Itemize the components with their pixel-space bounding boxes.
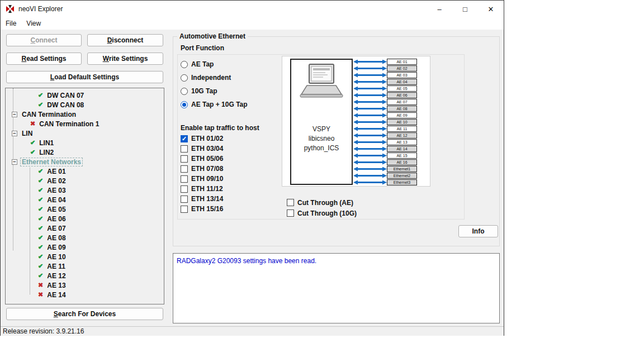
- port-ae-01: AE 01: [387, 59, 417, 65]
- close-icon[interactable]: ✕: [478, 1, 504, 17]
- checkbox-icon: [287, 209, 294, 217]
- tree-item-ae-01[interactable]: ✔AE 01: [6, 166, 164, 176]
- tree-item-ae-14[interactable]: ✖AE 14: [6, 290, 164, 299]
- collapse-icon[interactable]: −: [12, 131, 17, 136]
- checkbox-eth-15-16[interactable]: ETH 15/16: [181, 204, 223, 214]
- cut-through-group: Cut Through (AE)Cut Through (10G): [287, 197, 357, 218]
- tree-item-can-termination[interactable]: −CAN Termination: [6, 109, 164, 119]
- tree-item-ae-09[interactable]: ✔AE 09: [6, 242, 164, 252]
- tree-item-label: LIN1: [37, 139, 55, 147]
- checkbox-eth-05-06[interactable]: ETH 05/06: [181, 154, 223, 164]
- tree-item-ae-13[interactable]: ✖AE 13: [6, 280, 164, 290]
- tree-item-lin2[interactable]: ✔LIN2: [6, 147, 164, 157]
- port-ae-11: AE 11: [387, 126, 417, 132]
- option-label: ETH 09/10: [191, 175, 223, 183]
- tree-item-dw-can-08[interactable]: ✔DW CAN 08: [6, 100, 164, 109]
- tree-item-label: AE 02: [45, 177, 67, 185]
- checkbox-eth-13-14[interactable]: ETH 13/14: [181, 194, 223, 204]
- option-label: ETH 11/12: [191, 185, 223, 193]
- enabled-check-icon: ✔: [38, 225, 43, 231]
- enabled-check-icon: ✔: [38, 197, 43, 203]
- radio-ae-tap[interactable]: AE Tap: [181, 58, 248, 71]
- checkbox-eth-11-12[interactable]: ETH 11/12: [181, 184, 223, 194]
- port-ethernet3: Ethernet3: [387, 179, 417, 185]
- tree-item-label: AE 07: [45, 224, 67, 233]
- port-ae-14: AE 14: [387, 146, 417, 152]
- tree-item-lin[interactable]: −LIN: [6, 128, 164, 138]
- checkbox-icon: [181, 175, 188, 183]
- option-label: ETH 05/06: [191, 155, 223, 163]
- minimize-icon[interactable]: –: [427, 1, 452, 17]
- read-settings-button[interactable]: Read Settings: [6, 53, 82, 65]
- checkbox-cut-through-ae-[interactable]: Cut Through (AE): [287, 197, 357, 208]
- load-default-settings-button[interactable]: Load Default Settings: [6, 71, 163, 83]
- checkbox-eth-07-08[interactable]: ETH 07/08: [181, 164, 223, 174]
- port-ae-04: AE 04: [387, 79, 417, 85]
- tree-item-label: DW CAN 08: [45, 101, 86, 109]
- tree-item-label: AE 04: [45, 196, 67, 204]
- tree-item-ae-05[interactable]: ✔AE 05: [6, 204, 164, 214]
- tree-item-label: Ethernet Networks: [20, 158, 83, 166]
- checkbox-icon: [181, 155, 188, 163]
- title-bar: neoVI Explorer – □ ✕: [1, 1, 504, 17]
- tree-item-ae-10[interactable]: ✔AE 10: [6, 252, 164, 261]
- tree-item-ae-06[interactable]: ✔AE 06: [6, 214, 164, 223]
- disabled-x-icon: ✖: [38, 292, 43, 298]
- enabled-check-icon: ✔: [30, 149, 35, 155]
- radio-ae-tap-10g-tap[interactable]: AE Tap + 10G Tap: [181, 98, 248, 111]
- checkbox-eth-03-04[interactable]: ETH 03/04: [181, 144, 223, 154]
- collapse-icon[interactable]: −: [12, 159, 17, 165]
- connect-button[interactable]: Connect: [6, 34, 82, 46]
- port-ae-15: AE 15: [387, 153, 417, 159]
- radio-10g-tap[interactable]: 10G Tap: [181, 84, 248, 98]
- status-message: RADGalaxy2 G20093 settings have been rea…: [177, 257, 316, 265]
- host-label: python_ICS: [304, 144, 339, 153]
- checkbox-cut-through-10g-[interactable]: Cut Through (10G): [287, 208, 357, 218]
- checkbox-icon: [181, 165, 188, 173]
- disconnect-button[interactable]: Disconnect: [87, 34, 163, 46]
- tree-item-dw-can-07[interactable]: ✔DW CAN 07: [6, 90, 164, 100]
- tree-item-label: DW CAN 07: [45, 91, 86, 100]
- tree-item-label: AE 01: [45, 167, 67, 176]
- tree-item-ae-07[interactable]: ✔AE 07: [6, 223, 164, 233]
- search-for-devices-button[interactable]: Search For Devices: [6, 308, 163, 320]
- tree-item-ae-02[interactable]: ✔AE 02: [6, 176, 164, 185]
- log-panel: RADGalaxy2 G20093 settings have been rea…: [173, 253, 500, 323]
- option-label: ETH 03/04: [191, 145, 223, 153]
- port-ae-12: AE 12: [387, 132, 417, 139]
- tree-item-ethernet-networks[interactable]: −Ethernet Networks: [6, 157, 164, 166]
- tree-item-label: AE 06: [45, 215, 67, 223]
- port-diagram: VSPYlibicsneopython_ICS AE 01AE 02AE 03A…: [282, 56, 430, 187]
- radio-independent[interactable]: Independent: [181, 71, 248, 84]
- tree-item-label: AE 10: [45, 253, 67, 261]
- tree-item-lin1[interactable]: ✔LIN1: [6, 138, 164, 147]
- enabled-check-icon: ✔: [38, 216, 43, 222]
- tree-item-ae-08[interactable]: ✔AE 08: [6, 233, 164, 242]
- tree-item-ae-12[interactable]: ✔AE 12: [6, 271, 164, 280]
- port-ae-07: AE 07: [387, 99, 417, 105]
- eth-checkbox-group: ETH 01/02ETH 03/04ETH 05/06ETH 07/08ETH …: [181, 134, 223, 214]
- checkbox-eth-09-10[interactable]: ETH 09/10: [181, 174, 223, 184]
- tree-item-ae-11[interactable]: ✔AE 11: [6, 261, 164, 271]
- radio-icon: [181, 101, 188, 108]
- laptop-icon: [296, 63, 347, 99]
- tree-item-can-termination-1[interactable]: ✖CAN Termination 1: [6, 119, 164, 128]
- device-tree[interactable]: ✔DW CAN 07✔DW CAN 08−CAN Termination✖CAN…: [5, 88, 164, 304]
- port-ae-08: AE 08: [387, 106, 417, 112]
- tree-item-label: AE 13: [45, 281, 67, 290]
- write-settings-button[interactable]: Write Settings: [87, 53, 163, 65]
- maximize-icon[interactable]: □: [452, 1, 478, 17]
- tree-item-label: LIN2: [37, 148, 55, 157]
- tree-item-ae-03[interactable]: ✔AE 03: [6, 185, 164, 195]
- port-ae-09: AE 09: [387, 112, 417, 118]
- menu-bar: File View: [1, 17, 504, 30]
- menu-file[interactable]: File: [1, 17, 21, 30]
- checkbox-eth-01-02[interactable]: ETH 01/02: [181, 134, 223, 144]
- option-label: ETH 15/16: [191, 205, 223, 213]
- info-button[interactable]: Info: [458, 225, 498, 237]
- menu-view[interactable]: View: [21, 17, 46, 30]
- collapse-icon[interactable]: −: [12, 112, 17, 117]
- tree-item-label: CAN Termination 1: [37, 120, 101, 128]
- tree-item-ae-04[interactable]: ✔AE 04: [6, 195, 164, 204]
- release-revision-text: Release revision: 3.9.21.16: [3, 327, 84, 335]
